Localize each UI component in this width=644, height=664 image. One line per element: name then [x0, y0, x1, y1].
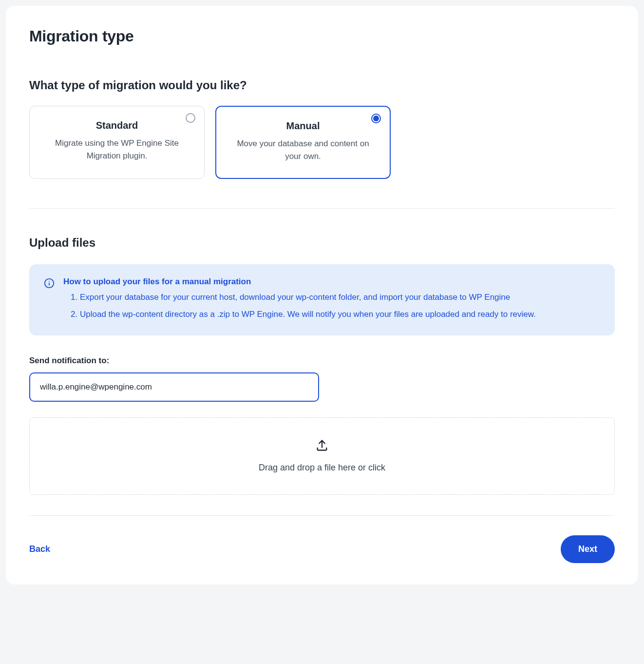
footer-divider: [29, 515, 615, 516]
upload-icon: [315, 438, 329, 454]
option-manual-desc: Move your database and content on your o…: [231, 137, 375, 163]
option-manual[interactable]: Manual Move your database and content on…: [215, 106, 391, 179]
info-icon: [44, 278, 55, 291]
section-divider: [29, 208, 615, 209]
migration-card: Migration type What type of migration wo…: [6, 6, 638, 585]
upload-info-content: How to upload your files for a manual mi…: [63, 277, 600, 321]
upload-step-1: Export your database for your current ho…: [80, 291, 600, 304]
notify-email-input[interactable]: [29, 372, 319, 402]
svg-point-2: [49, 281, 50, 282]
dropzone-text: Drag and drop a file here or click: [259, 463, 385, 473]
upload-step-2: Upload the wp-content directory as a .zi…: [80, 308, 600, 321]
back-button[interactable]: Back: [29, 544, 50, 554]
upload-info-title: How to upload your files for a manual mi…: [63, 277, 600, 287]
option-standard-desc: Migrate using the WP Engine Site Migrati…: [44, 137, 189, 163]
radio-manual[interactable]: [371, 114, 381, 123]
file-dropzone[interactable]: Drag and drop a file here or click: [29, 417, 615, 495]
footer-actions: Back Next: [29, 535, 615, 563]
upload-info-box: How to upload your files for a manual mi…: [29, 264, 615, 335]
next-button[interactable]: Next: [561, 535, 615, 563]
option-manual-title: Manual: [231, 120, 375, 132]
page-title: Migration type: [29, 27, 615, 45]
option-standard-title: Standard: [44, 120, 189, 131]
upload-info-steps: Export your database for your current ho…: [63, 291, 600, 321]
page-root: Migration type What type of migration wo…: [0, 0, 644, 590]
notify-label: Send notification to:: [29, 356, 615, 366]
migration-question: What type of migration would you like?: [29, 78, 615, 92]
option-standard[interactable]: Standard Migrate using the WP Engine Sit…: [29, 106, 205, 179]
upload-heading: Upload files: [29, 236, 615, 250]
migration-options: Standard Migrate using the WP Engine Sit…: [29, 106, 615, 179]
radio-standard[interactable]: [186, 113, 195, 123]
